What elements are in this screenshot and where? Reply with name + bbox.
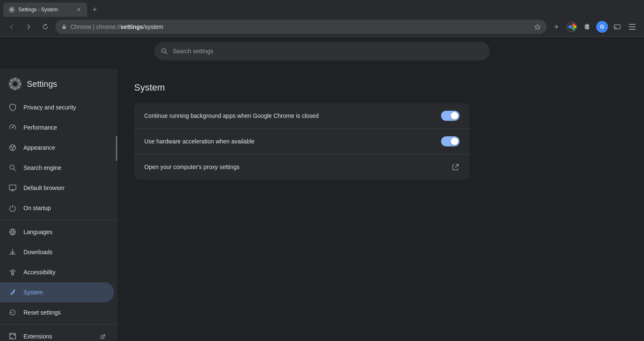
toolbar: Chrome | chrome://settings/system (0, 17, 644, 37)
sidebar-item-performance[interactable]: Performance (0, 117, 114, 138)
external-link-icon (452, 163, 460, 171)
svg-rect-12 (629, 29, 636, 30)
svg-rect-2 (62, 26, 66, 29)
sidebar-scrollbar[interactable] (115, 69, 117, 341)
sidebar-item-label: Reset settings (23, 309, 61, 316)
sidebar-item-extensions[interactable]: Extensions (0, 326, 114, 341)
sidebar-item-search-engine[interactable]: Search engine (0, 158, 114, 178)
page-title: System (134, 82, 627, 93)
active-tab[interactable]: Settings - System ✕ (3, 3, 87, 17)
reload-icon (42, 23, 49, 30)
hardware-acceleration-toggle-container (441, 136, 460, 146)
proxy-settings-label: Open your computer's proxy settings (144, 164, 452, 170)
proxy-settings-external-link (452, 163, 460, 171)
main-content: Settings Privacy and security (0, 69, 644, 341)
address-bar-text: Chrome | chrome://settings/system (70, 23, 531, 30)
forward-icon (25, 23, 32, 30)
svg-point-27 (12, 269, 13, 271)
background-apps-toggle[interactable] (441, 111, 460, 121)
browser-frame: Settings - System ✕ + (0, 0, 644, 341)
extensions-puzzle-icon (8, 332, 17, 341)
svg-point-16 (13, 81, 18, 86)
hardware-acceleration-toggle[interactable] (441, 136, 460, 146)
sidebar-item-label: Appearance (23, 144, 55, 151)
search-bar[interactable]: Search settings (154, 42, 490, 60)
menu-icon (629, 24, 636, 30)
sidebar-item-system[interactable]: System (0, 282, 114, 302)
svg-point-13 (162, 49, 166, 52)
profile-button[interactable]: G (595, 20, 609, 34)
sidebar-item-label: Accessibility (23, 269, 55, 276)
system-settings-card: Continue running background apps when Go… (134, 103, 470, 180)
sidebar-item-privacy-security[interactable]: Privacy and security (0, 97, 114, 117)
back-button[interactable] (5, 20, 18, 34)
sidebar-item-on-startup[interactable]: On startup (0, 198, 114, 218)
content-area: System Continue running background apps … (117, 69, 644, 341)
profile-avatar: G (596, 21, 608, 33)
sidebar-item-label: Extensions (23, 333, 52, 340)
sidebar-item-appearance[interactable]: Appearance (0, 138, 114, 158)
sidebar-item-label: Downloads (23, 249, 52, 255)
sidebar-item-label: Performance (23, 124, 57, 131)
back-icon (8, 23, 15, 30)
google-account-button[interactable] (565, 20, 579, 34)
svg-rect-11 (629, 26, 636, 27)
svg-point-20 (13, 146, 14, 147)
background-apps-toggle-container (441, 111, 460, 121)
background-apps-label: Continue running background apps when Go… (144, 112, 441, 119)
sidebar-divider-2 (0, 324, 117, 325)
new-tab-button[interactable]: + (89, 4, 101, 16)
share-icon (553, 23, 560, 30)
hardware-acceleration-label: Use hardware acceleration when available (144, 138, 441, 145)
accessibility-icon (8, 268, 17, 276)
background-apps-row: Continue running background apps when Go… (134, 103, 470, 129)
cast-button[interactable] (610, 20, 624, 34)
palette-icon (8, 143, 17, 152)
monitor-icon (8, 184, 17, 192)
svg-point-21 (12, 148, 13, 149)
wrench-icon (8, 288, 17, 297)
tab-bar: Settings - System ✕ + (0, 0, 644, 17)
forward-button[interactable] (22, 20, 35, 34)
sidebar-title: Settings (27, 79, 57, 89)
sidebar: Settings Privacy and security (0, 69, 117, 341)
reset-icon (8, 308, 17, 317)
power-icon (8, 204, 17, 212)
svg-point-5 (569, 25, 572, 29)
extensions-external-icon (100, 334, 106, 339)
toolbar-right: G (550, 20, 639, 34)
sidebar-item-accessibility[interactable]: Accessibility (0, 262, 114, 282)
chrome-menu-button[interactable] (626, 20, 639, 34)
tab-close-button[interactable]: ✕ (75, 6, 82, 13)
lock-icon (61, 24, 67, 30)
sidebar-item-label: Search engine (23, 164, 61, 171)
svg-marker-3 (535, 24, 540, 29)
sidebar-scrollbar-thumb[interactable] (116, 136, 117, 161)
sidebar-item-downloads[interactable]: Downloads (0, 242, 114, 262)
svg-rect-10 (629, 24, 636, 25)
star-icon[interactable] (534, 23, 541, 30)
search-circle-icon (8, 164, 17, 172)
sidebar-item-languages[interactable]: Languages (0, 222, 114, 242)
sidebar-header: Settings (0, 72, 117, 97)
proxy-settings-row[interactable]: Open your computer's proxy settings (134, 154, 470, 180)
globe-icon (8, 228, 17, 236)
svg-point-8 (572, 27, 575, 30)
hardware-acceleration-row: Use hardware acceleration when available (134, 129, 470, 154)
reload-button[interactable] (39, 20, 52, 34)
svg-point-17 (12, 127, 13, 128)
sidebar-item-label: Privacy and security (23, 104, 76, 111)
address-bar[interactable]: Chrome | chrome://settings/system (55, 20, 547, 34)
svg-line-23 (14, 169, 16, 171)
sidebar-item-label: Default browser (23, 185, 65, 191)
settings-logo-icon (8, 77, 22, 91)
share-button[interactable] (550, 20, 564, 34)
sidebar-item-default-browser[interactable]: Default browser (0, 178, 114, 198)
sidebar-item-reset-settings[interactable]: Reset settings (0, 302, 114, 323)
tab-title: Settings - System (18, 7, 72, 13)
download-icon (8, 248, 17, 256)
tab-favicon-icon (8, 6, 15, 13)
extensions-button[interactable] (580, 20, 594, 34)
svg-line-14 (165, 52, 167, 54)
search-icon (161, 48, 168, 55)
